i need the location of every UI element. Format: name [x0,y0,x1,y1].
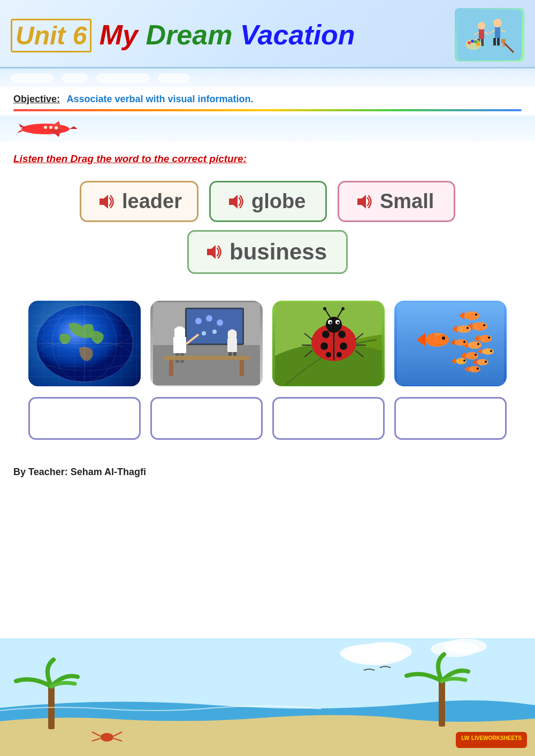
lw-text: LIVEWORKSHEETS [471,735,522,741]
svg-point-131 [101,733,113,742]
svg-point-71 [330,322,332,324]
svg-rect-0 [457,10,522,60]
objective-section: Objective: Associate verbal with visual … [0,87,535,116]
svg-marker-27 [100,195,108,209]
svg-point-67 [337,352,342,357]
svg-point-36 [36,316,133,348]
words-row-1: leader globe Small [11,181,524,222]
svg-point-98 [468,341,482,349]
image-fish [394,301,507,386]
svg-point-100 [477,343,479,345]
svg-rect-130 [439,681,445,727]
svg-point-95 [479,335,492,342]
svg-rect-6 [497,38,500,45]
svg-rect-84 [397,302,504,385]
cloud-1 [11,73,54,83]
objective-label: Objective: [13,94,60,104]
svg-point-32 [36,305,133,382]
svg-point-17 [476,43,479,46]
dropboxes-row [11,397,524,440]
svg-point-128 [444,639,487,654]
images-section [0,293,535,392]
word-button-small[interactable]: Small [338,181,455,222]
word-button-business[interactable]: business [187,230,348,274]
svg-rect-56 [164,356,249,360]
svg-point-16 [474,40,477,43]
word-label-business: business [230,239,327,265]
svg-point-64 [320,342,328,350]
word-button-globe[interactable]: globe [209,181,327,222]
svg-point-45 [212,330,217,334]
footer-beach [0,638,535,756]
clouds-bar [0,68,535,87]
svg-point-109 [475,354,477,356]
svg-point-91 [483,324,485,326]
svg-point-115 [463,360,465,362]
svg-point-65 [340,342,347,350]
title-unit: Unit 6 [11,19,91,52]
svg-point-121 [442,337,445,340]
cloud-4 [158,73,190,83]
drop-box-4[interactable] [394,397,507,440]
title-my: My [100,19,146,50]
svg-point-44 [217,319,223,326]
svg-point-68 [326,317,342,333]
svg-marker-30 [207,245,216,259]
svg-rect-48 [173,337,186,353]
plane-decoration [0,116,535,142]
svg-rect-19 [501,39,506,43]
image-business [150,301,263,386]
svg-point-118 [477,368,479,370]
word-label-globe: globe [251,190,305,213]
cloud-2 [62,73,88,83]
drop-box-2[interactable] [150,397,263,440]
speaker-icon-small [354,192,373,211]
dropboxes-section [0,392,535,450]
svg-point-126 [340,645,388,662]
title-vacation: Vacation [240,19,355,50]
plane-icon [16,118,80,140]
svg-point-103 [463,341,465,343]
svg-point-22 [55,126,58,129]
speaker-icon-leader [96,192,116,211]
words-row-2: business [11,230,524,274]
svg-rect-5 [493,38,496,45]
svg-point-63 [338,331,346,338]
page-header: Unit 6 My Dream Vacation [0,0,535,68]
word-label-leader: leader [122,190,182,213]
svg-point-24 [44,126,47,129]
liveworksheets-badge: LW LIVEWORKSHEETS [456,732,527,748]
svg-point-74 [323,307,326,310]
lw-logo: LW [461,735,469,741]
svg-point-46 [202,331,206,335]
svg-point-15 [471,40,474,43]
svg-point-97 [488,337,490,339]
cloud-3 [96,73,150,83]
svg-point-119 [425,333,449,347]
images-row [11,301,524,386]
svg-point-92 [457,325,471,333]
svg-point-94 [467,327,469,329]
speaker-icon-business [204,242,223,262]
svg-rect-2 [495,27,500,38]
teacher-credit: By Teacher: Seham Al-Thagfi [0,450,535,483]
instructions-text: Listen then Drag the word to the correct… [0,142,535,170]
image-ladybug [272,301,385,386]
drop-box-1[interactable] [28,397,141,440]
svg-point-43 [206,315,212,322]
title-dream: Dream [146,19,233,50]
svg-point-37 [37,341,132,371]
svg-point-62 [322,331,330,338]
svg-point-107 [465,352,478,360]
svg-marker-29 [357,195,366,209]
image-globe [28,301,141,386]
svg-point-7 [478,22,485,29]
svg-point-87 [475,314,477,316]
svg-point-1 [493,19,502,27]
svg-rect-58 [240,360,244,376]
drop-box-3[interactable] [272,397,385,440]
svg-point-101 [455,339,468,346]
svg-marker-28 [229,195,238,209]
words-section: leader globe Small [0,170,535,293]
word-button-leader[interactable]: leader [80,181,198,222]
